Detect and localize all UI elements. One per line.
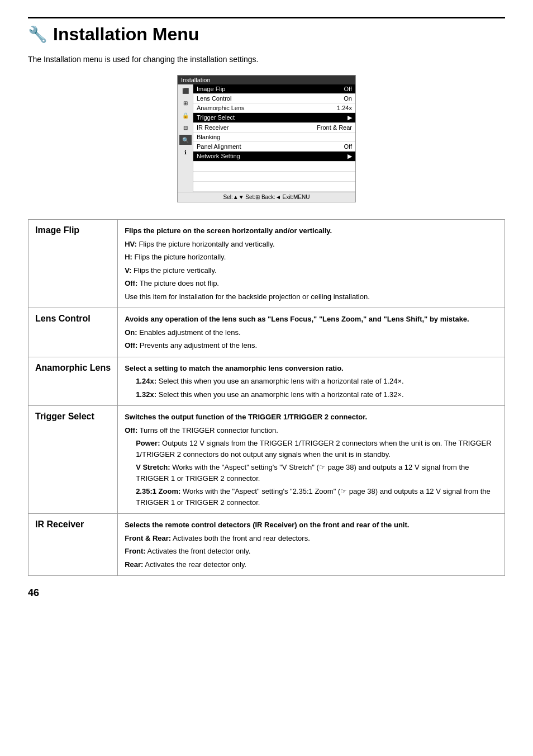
menu-row-image-flip: Image Flip Off: [193, 84, 355, 94]
menu-row-lens-control: Lens Control On: [193, 94, 355, 103]
menu-icon-flip: ⬛: [179, 86, 192, 96]
page-title: 🔧 Installation Menu: [28, 24, 505, 45]
table-row-anamorphic: Anamorphic Lens Select a setting to matc…: [28, 357, 505, 406]
table-row-trigger: Trigger Select Switches the output funct…: [28, 406, 505, 514]
term-trigger: Trigger Select: [28, 406, 118, 514]
table-row-image-flip: Image Flip Flips the picture on the scre…: [28, 220, 505, 308]
desc-image-flip: Flips the picture on the screen horizont…: [118, 220, 505, 308]
term-lens-control: Lens Control: [28, 308, 118, 357]
wrench-icon: 🔧: [28, 25, 47, 44]
term-image-flip: Image Flip: [28, 220, 118, 308]
menu-row-ir: IR Receiver Front & Rear: [193, 123, 355, 133]
page-header: 🔧 Installation Menu: [28, 17, 505, 45]
menu-footer: Sel:▲▼ Set:⊞ Back:◄ Exit:MENU: [178, 192, 355, 202]
term-ir-receiver: IR Receiver: [28, 514, 118, 576]
desc-trigger: Switches the output function of the TRIG…: [118, 406, 505, 514]
content-table: Image Flip Flips the picture on the scre…: [28, 219, 505, 576]
desc-lens-control: Avoids any operation of the lens such as…: [118, 308, 505, 357]
menu-icon-lock: 🔒: [179, 110, 192, 120]
table-row-ir-receiver: IR Receiver Selects the remote control d…: [28, 514, 505, 576]
menu-rows: Image Flip Off Lens Control On Anamorphi…: [193, 84, 355, 192]
desc-ir-receiver: Selects the remote control detectors (IR…: [118, 514, 505, 576]
menu-icon-info: ℹ: [179, 147, 192, 157]
menu-icon-grid: ⊞: [179, 98, 192, 108]
intro-text: The Installation menu is used for changi…: [28, 55, 505, 64]
menu-row-blanking: Blanking: [193, 133, 355, 142]
menu-title-bar: Installation: [178, 75, 355, 84]
table-row-lens-control: Lens Control Avoids any operation of the…: [28, 308, 505, 357]
menu-icon-panel: ⊟: [179, 122, 192, 133]
menu-body: ⬛ ⊞ 🔒 ⊟ 🔍 ℹ Image Flip Off Lens Control …: [178, 84, 355, 192]
menu-row-empty3: [193, 182, 355, 192]
menu-icon-search: 🔍: [179, 135, 192, 145]
desc-anamorphic: Select a setting to match the anamorphic…: [118, 357, 505, 406]
menu-row-empty2: [193, 172, 355, 182]
menu-row-trigger: Trigger Select ▶: [193, 113, 355, 123]
page-number: 46: [28, 587, 505, 599]
menu-screenshot: Installation ⬛ ⊞ 🔒 ⊟ 🔍 ℹ Image Flip Off …: [177, 75, 356, 202]
term-anamorphic: Anamorphic Lens: [28, 357, 118, 406]
menu-row-panel-alignment: Panel Alignment Off: [193, 142, 355, 152]
menu-row-anamorphic: Anamorphic Lens 1.24x: [193, 103, 355, 113]
menu-row-network: Network Setting ▶: [193, 152, 355, 162]
menu-icons: ⬛ ⊞ 🔒 ⊟ 🔍 ℹ: [178, 84, 193, 192]
menu-row-empty1: [193, 162, 355, 172]
